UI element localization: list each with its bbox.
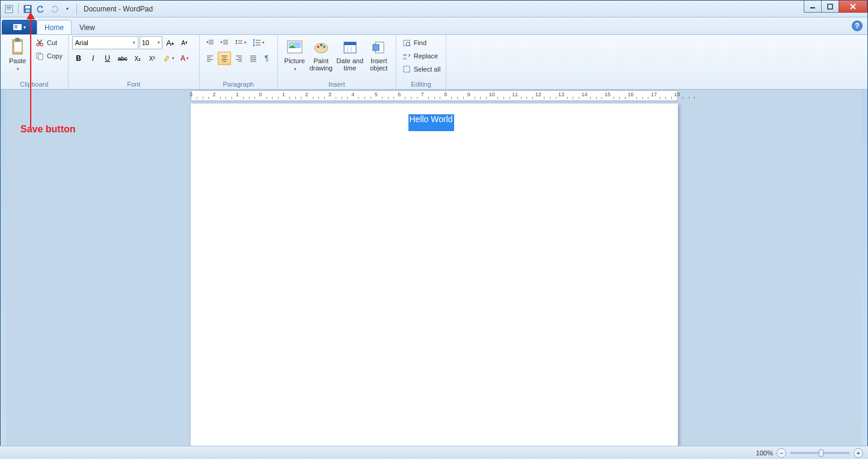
insert-datetime-button[interactable]: Date and time (334, 36, 366, 72)
svg-rect-1 (7, 7, 11, 8)
document-workspace: 3210123456789101112131415161718 Hello Wo… (6, 90, 862, 446)
insert-paint-button[interactable]: Paint drawing (308, 36, 334, 72)
copy-button[interactable]: Copy (33, 49, 64, 63)
svg-text:¶: ¶ (265, 54, 268, 63)
subscript-button[interactable]: X₂ (131, 52, 144, 65)
datetime-label: Date and time (336, 57, 363, 72)
paint-label: Paint drawing (309, 57, 333, 72)
highlight-color-button[interactable]: ▾ (160, 52, 177, 65)
font-family-combo[interactable]: Arial▾ (72, 36, 138, 49)
increase-indent-button[interactable] (218, 36, 231, 49)
zoom-in-button[interactable]: + (854, 448, 863, 458)
zoom-out-button[interactable]: − (777, 448, 786, 458)
svg-rect-8 (828, 4, 833, 9)
group-label-paragraph: Paragraph (203, 80, 274, 88)
find-icon (402, 38, 411, 48)
grow-font-button[interactable]: A▴ (164, 36, 177, 49)
svg-rect-5 (25, 6, 30, 8)
ribbon-tab-bar: ▾ Home View ? (1, 17, 867, 34)
svg-rect-16 (15, 38, 20, 42)
replace-button[interactable]: abacReplace (400, 49, 440, 63)
outdent-icon (206, 39, 214, 47)
select-all-icon (402, 64, 411, 74)
annotation-label: Save button (20, 124, 76, 135)
line-spacing-button[interactable]: ▾ (250, 36, 267, 49)
svg-rect-62 (344, 42, 356, 45)
superscript-button[interactable]: X² (146, 52, 159, 65)
svg-point-59 (320, 44, 322, 46)
copy-icon (35, 51, 45, 61)
group-insert: Picture▾ Paint drawing Date and time Ins… (278, 35, 396, 89)
help-button[interactable]: ? (852, 20, 863, 31)
tab-home[interactable]: Home (37, 20, 72, 34)
quick-access-toolbar: ▾ (3, 3, 79, 15)
insert-picture-button[interactable]: Picture▾ (282, 36, 308, 73)
svg-rect-23 (38, 54, 43, 60)
separator (76, 4, 77, 14)
group-font: Arial▾ 10▾ A▴ A▾ B I U abc X₂ X² ▾ A▾ Fo… (69, 35, 200, 89)
svg-rect-17 (14, 42, 22, 52)
annotation-line (30, 13, 31, 129)
zoom-slider[interactable] (790, 452, 850, 454)
paste-button[interactable]: Paste▾ (4, 36, 31, 73)
redo-button[interactable] (48, 3, 60, 15)
bullets-button[interactable]: ▾ (232, 36, 249, 49)
group-clipboard: Paste▾ Cut Copy Clipboard (1, 35, 69, 89)
svg-rect-3 (7, 10, 11, 10)
align-center-button[interactable] (218, 52, 231, 65)
svg-rect-72 (404, 66, 410, 72)
minimize-button[interactable] (804, 1, 822, 13)
picture-label: Picture (285, 57, 305, 64)
underline-button[interactable]: U (101, 52, 114, 65)
group-editing: Find abacReplace Select all Editing (396, 35, 447, 89)
svg-line-69 (409, 45, 410, 46)
scissors-icon (35, 38, 45, 48)
svg-point-60 (323, 46, 325, 48)
group-label-editing: Editing (400, 80, 443, 88)
list-icon (235, 39, 243, 47)
insert-object-button[interactable]: Insert object (366, 36, 392, 72)
horizontal-ruler[interactable]: 3210123456789101112131415161718 (6, 90, 862, 101)
wordpad-app-icon[interactable] (3, 3, 15, 15)
group-label-clipboard: Clipboard (4, 80, 64, 88)
replace-label: Replace (414, 52, 438, 60)
indent-icon (220, 39, 229, 47)
copy-label: Copy (47, 52, 63, 60)
title-bar: ▾ Document - WordPad (1, 1, 867, 17)
decrease-indent-button[interactable] (203, 36, 217, 49)
undo-button[interactable] (35, 3, 47, 15)
svg-rect-6 (26, 10, 29, 12)
select-all-button[interactable]: Select all (400, 63, 443, 76)
align-justify-button[interactable] (247, 52, 260, 65)
font-size-combo[interactable]: 10▾ (140, 36, 162, 49)
qat-customize-dropdown[interactable]: ▾ (61, 3, 73, 15)
paragraph-dialog-button[interactable]: ¶ (261, 52, 274, 65)
maximize-button[interactable] (821, 1, 839, 13)
document-selected-text[interactable]: Hello World (408, 114, 454, 131)
font-size-value: 10 (142, 39, 149, 46)
svg-rect-13 (14, 26, 17, 27)
replace-icon: abac (402, 51, 411, 61)
close-button[interactable] (839, 1, 867, 13)
cut-button[interactable]: Cut (33, 36, 64, 49)
bold-button[interactable]: B (72, 52, 85, 65)
document-page[interactable]: Hello World (191, 103, 678, 446)
find-button[interactable]: Find (400, 36, 428, 49)
font-color-button[interactable]: A▾ (178, 52, 192, 65)
ribbon: Paste▾ Cut Copy Clipboard Arial▾ 10▾ A▴ … (1, 34, 867, 90)
window-controls (804, 1, 867, 13)
strikethrough-button[interactable]: abc (115, 52, 130, 65)
paste-label: Paste (9, 57, 26, 64)
group-label-font: Font (72, 80, 195, 88)
shrink-font-button[interactable]: A▾ (178, 36, 191, 49)
zoom-slider-thumb[interactable] (819, 449, 823, 457)
align-right-button[interactable] (232, 52, 245, 65)
align-left-button[interactable] (203, 52, 217, 65)
italic-button[interactable]: I (87, 52, 100, 65)
window-title: Document - WordPad (84, 5, 153, 13)
file-menu-button[interactable]: ▾ (2, 20, 37, 34)
select-all-label: Select all (414, 66, 441, 73)
svg-rect-14 (14, 28, 17, 28)
tab-view[interactable]: View (72, 20, 103, 34)
svg-text:ac: ac (403, 57, 407, 60)
